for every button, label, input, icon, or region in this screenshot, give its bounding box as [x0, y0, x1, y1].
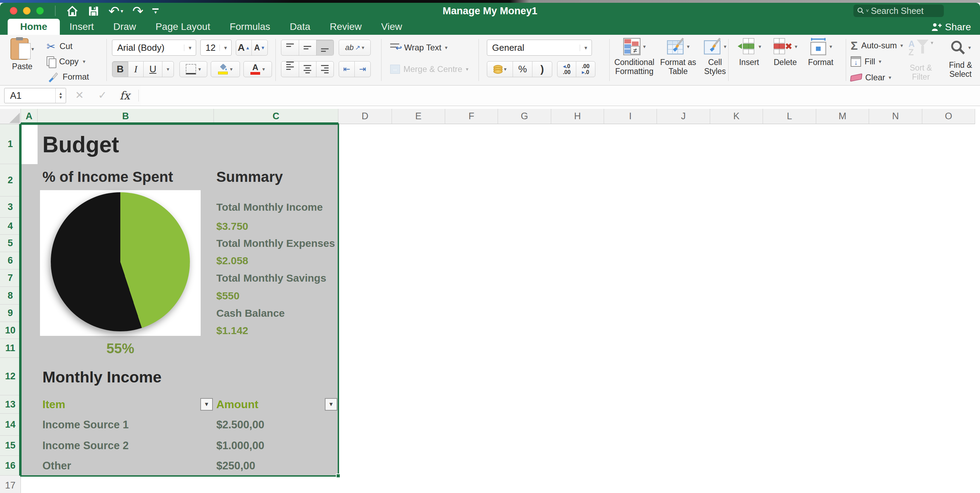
merge-centre-button[interactable]: ↔ Merge & Centre	[390, 61, 480, 77]
paste-dropdown-icon[interactable]	[31, 46, 34, 52]
row-header-17[interactable]: 17	[0, 476, 21, 493]
align-center-button[interactable]	[299, 62, 317, 77]
comma-style-button[interactable]: )	[533, 62, 552, 77]
cancel-icon[interactable]: ✕	[75, 89, 84, 101]
cell-styles-button[interactable]: Cell Styles	[699, 38, 731, 76]
row-header-6[interactable]: 6	[0, 252, 21, 269]
font-color-button[interactable]: A	[243, 61, 272, 77]
search-input[interactable]: ˅ Search Sheet	[853, 5, 944, 17]
wrap-text-button[interactable]: ↩ Wrap Text	[390, 40, 474, 56]
row-header-12[interactable]: 12	[0, 358, 21, 395]
bold-button[interactable]: B	[112, 62, 128, 77]
column-header-c[interactable]: C	[214, 109, 338, 124]
conditional-formatting-button[interactable]: ≠ Conditional Formatting	[611, 38, 658, 76]
row-header-3[interactable]: 3	[0, 196, 21, 218]
increase-indent-button[interactable]: ⇥	[355, 62, 371, 77]
insert-cells-button[interactable]: Insert	[732, 38, 766, 67]
row-header-16[interactable]: 16	[0, 456, 21, 476]
underline-dropdown-icon[interactable]	[162, 62, 173, 77]
column-header-k[interactable]: K	[710, 109, 763, 124]
row-header-8[interactable]: 8	[0, 287, 21, 305]
row-header-2[interactable]: 2	[0, 164, 21, 196]
tab-review[interactable]: Review	[320, 19, 371, 35]
tab-draw[interactable]: Draw	[103, 19, 146, 35]
decrease-indent-button[interactable]: ⇤	[339, 62, 355, 77]
column-header-o[interactable]: O	[922, 109, 975, 124]
align-top-button[interactable]	[282, 40, 299, 55]
tab-view[interactable]: View	[371, 19, 412, 35]
column-header-a[interactable]: A	[21, 109, 38, 124]
copy-button[interactable]: Copy	[46, 55, 113, 68]
row-header-7[interactable]: 7	[0, 269, 21, 287]
orientation-button[interactable]: ab ↗	[339, 40, 371, 56]
pie-chart-frame[interactable]	[40, 190, 200, 336]
row-header-14[interactable]: 14	[0, 414, 21, 436]
tab-insert[interactable]: Insert	[60, 19, 103, 35]
find-select-button[interactable]: Find & Select	[943, 40, 978, 79]
format-as-table-button[interactable]: Format as Table	[659, 38, 697, 76]
column-header-f[interactable]: F	[445, 109, 498, 124]
format-cells-button[interactable]: Format	[805, 38, 837, 67]
row-header-4[interactable]: 4	[0, 218, 21, 235]
search-scope-chevron-icon[interactable]: ˅	[866, 8, 869, 14]
decrease-decimal-button[interactable]: .00▸.0	[576, 62, 595, 77]
active-cell-a1[interactable]	[21, 124, 38, 164]
copy-dropdown-icon[interactable]	[83, 59, 86, 65]
font-size-select[interactable]: 12▾	[200, 40, 232, 56]
fill-color-button[interactable]	[211, 61, 240, 77]
column-header-l[interactable]: L	[763, 109, 816, 124]
borders-button[interactable]	[180, 61, 207, 77]
sort-filter-button[interactable]: AZ Sort & Filter	[903, 40, 939, 81]
align-middle-button[interactable]	[299, 40, 317, 55]
increase-decimal-button[interactable]: ◂.0.00	[557, 62, 576, 77]
increase-font-button[interactable]: A▲	[236, 40, 252, 55]
column-header-h[interactable]: H	[551, 109, 604, 124]
insert-function-icon[interactable]: fx	[119, 89, 130, 102]
paste-button[interactable]: Paste	[6, 38, 39, 71]
name-box-stepper[interactable]: ▲▼	[55, 88, 66, 103]
fill-button[interactable]: ↓ Fill	[851, 55, 906, 68]
tab-data[interactable]: Data	[280, 19, 320, 35]
item-filter-button[interactable]	[200, 398, 213, 410]
column-header-g[interactable]: G	[498, 109, 551, 124]
row-header-13[interactable]: 13	[0, 395, 21, 414]
cut-button[interactable]: ✂ Cut	[46, 40, 106, 53]
underline-button[interactable]: U	[144, 62, 162, 77]
amount-filter-button[interactable]	[325, 398, 337, 410]
share-button[interactable]: Share	[931, 22, 971, 33]
column-header-n[interactable]: N	[869, 109, 922, 124]
decrease-font-button[interactable]: A▼	[252, 40, 267, 55]
row-header-11[interactable]: 11	[0, 339, 21, 358]
delete-cells-button[interactable]: Delete	[769, 38, 801, 67]
tab-page-layout[interactable]: Page Layout	[146, 19, 220, 35]
column-header-i[interactable]: I	[604, 109, 657, 124]
row-header-5[interactable]: 5	[0, 235, 21, 252]
name-box[interactable]: A1 ▲▼	[4, 88, 66, 103]
format-painter-button[interactable]: Format	[46, 70, 113, 83]
align-right-button[interactable]	[317, 62, 334, 77]
align-left-button[interactable]	[282, 62, 299, 77]
font-family-select[interactable]: Arial (Body)▾	[112, 40, 196, 56]
percent-style-button[interactable]: %	[513, 62, 533, 77]
row-header-10[interactable]: 10	[0, 322, 21, 339]
fill-handle[interactable]	[336, 474, 340, 478]
formula-input[interactable]	[140, 86, 980, 106]
align-bottom-button[interactable]	[317, 40, 334, 55]
row-header-1[interactable]: 1	[0, 124, 21, 164]
italic-button[interactable]: I	[128, 62, 144, 77]
row-header-15[interactable]: 15	[0, 436, 21, 456]
tab-formulas[interactable]: Formulas	[220, 19, 280, 35]
sheet-grid[interactable]: ABCDEFGHIJKLMNO 123456789101112131415161…	[0, 109, 980, 493]
currency-button[interactable]	[487, 62, 513, 77]
row-header-9[interactable]: 9	[0, 305, 21, 322]
tab-home[interactable]: Home	[8, 19, 60, 35]
summary-value: $550	[216, 287, 240, 305]
select-all-corner[interactable]	[0, 109, 21, 124]
column-header-j[interactable]: J	[657, 109, 710, 124]
column-header-b[interactable]: B	[38, 109, 214, 124]
number-format-select[interactable]: General▾	[487, 40, 592, 56]
enter-icon[interactable]: ✓	[98, 89, 107, 101]
column-header-e[interactable]: E	[392, 109, 445, 124]
column-header-m[interactable]: M	[816, 109, 869, 124]
column-header-d[interactable]: D	[338, 109, 392, 124]
